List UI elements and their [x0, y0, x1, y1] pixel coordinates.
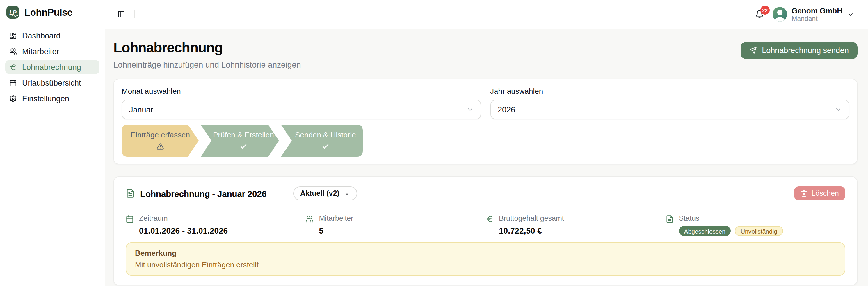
payroll-card: Lohnabrechnung - Januar 2026 Aktuell (v2…	[114, 176, 858, 285]
detail-label: Mitarbeiter	[319, 214, 353, 223]
month-select[interactable]: Januar	[122, 99, 481, 119]
step-label: Senden & Historie	[295, 131, 356, 139]
payroll-card-header: Lohnabrechnung - Januar 2026 Aktuell (v2…	[126, 187, 845, 200]
file-text-icon	[126, 189, 135, 198]
euro-icon	[486, 215, 494, 236]
detail-label: Bruttogehalt gesamt	[499, 214, 564, 223]
detail-texts: Status Abgeschlossen Unvollständig	[679, 214, 783, 236]
detail-texts: Mitarbeiter 5	[319, 214, 353, 236]
sidebar-item-dashboard[interactable]: Dashboard	[5, 29, 99, 42]
status-badge-abgeschlossen: Abgeschlossen	[679, 226, 731, 236]
file-text-icon	[665, 215, 674, 236]
step-entries[interactable]: Einträge erfassen	[122, 125, 199, 157]
brand-logo-icon: LP	[6, 6, 19, 19]
brand: LP LohnPulse	[5, 6, 99, 19]
month-select-label: Monat auswählen	[122, 87, 481, 95]
company-name: Genom GmbH	[792, 6, 842, 15]
detail-status: Status Abgeschlossen Unvollständig	[665, 214, 846, 236]
year-field: Jahr auswählen 2026	[490, 87, 849, 119]
sidebar-item-label: Urlaubsübersicht	[22, 78, 81, 87]
users-icon	[9, 48, 17, 55]
year-select-label: Jahr auswählen	[490, 87, 849, 95]
sidebar-item-einstellungen[interactable]: Einstellungen	[5, 91, 99, 106]
period-selects: Monat auswählen Januar Jahr auswählen 20…	[122, 87, 849, 119]
sidebar-item-lohnabrechnung[interactable]: Lohnabrechnung	[5, 60, 99, 74]
page-header-texts: Lohnabrechnung Lohneinträge hinzufügen u…	[114, 39, 301, 70]
step-review-content: Prüfen & Erstellen	[201, 125, 279, 157]
send-payroll-button-label: Lohnabrechnung senden	[762, 46, 849, 55]
sidebar-toggle-button[interactable]	[115, 8, 127, 20]
step-send-content: Senden & Historie	[281, 125, 363, 157]
warning-icon	[156, 143, 164, 150]
topbar: 22 Genom GmbH Mandant	[105, 0, 868, 29]
status-badges: Abgeschlossen Unvollständig	[679, 226, 783, 236]
avatar	[772, 7, 787, 22]
detail-value: 5	[319, 226, 353, 236]
detail-value: 10.722,50 €	[499, 226, 564, 236]
sidebar-item-label: Mitarbeiter	[22, 47, 59, 56]
sidebar: LP LohnPulse Dashboard Mitarbeiter	[0, 0, 105, 286]
topbar-right: 22 Genom GmbH Mandant	[755, 6, 854, 22]
notifications-button[interactable]: 22	[755, 10, 764, 19]
account-menu[interactable]: Genom GmbH Mandant	[772, 6, 854, 22]
calendar-icon	[9, 79, 17, 86]
version-select-value: Aktuell (v2)	[300, 189, 339, 197]
delete-button[interactable]: Löschen	[794, 187, 845, 200]
check-icon	[322, 143, 329, 150]
workflow-steps: Einträge erfassen Prüfen & Erstellen	[122, 125, 849, 157]
calendar-icon	[126, 215, 134, 236]
sidebar-item-mitarbeiter[interactable]: Mitarbeiter	[5, 44, 99, 58]
payroll-details: Zeitraum 01.01.2026 - 31.01.2026 Mitarbe…	[126, 214, 845, 236]
app-root: LP LohnPulse Dashboard Mitarbeiter	[0, 0, 868, 286]
month-select-value: Januar	[129, 105, 153, 114]
year-select-value: 2026	[498, 105, 515, 114]
brand-name: LohnPulse	[25, 7, 72, 18]
step-label: Einträge erfassen	[131, 131, 190, 139]
month-field: Monat auswählen Januar	[122, 87, 481, 119]
step-send[interactable]: Senden & Historie	[281, 125, 363, 157]
page-title: Lohnabrechnung	[114, 39, 301, 56]
check-icon	[240, 143, 247, 150]
detail-texts: Zeitraum 01.01.2026 - 31.01.2026	[139, 214, 228, 236]
page-content: Lohnabrechnung Lohneinträge hinzufügen u…	[105, 29, 868, 286]
note-box: Bemerkung Mit unvollständigen Einträgen …	[126, 242, 845, 276]
notification-count-badge: 22	[760, 6, 770, 15]
detail-zeitraum: Zeitraum 01.01.2026 - 31.01.2026	[126, 214, 306, 236]
sidebar-item-label: Lohnabrechnung	[22, 63, 81, 72]
chevron-down-icon	[344, 190, 350, 197]
send-icon	[749, 47, 756, 54]
chevron-down-icon	[466, 106, 473, 113]
account-texts: Genom GmbH Mandant	[792, 6, 842, 22]
delete-button-label: Löschen	[811, 189, 839, 197]
note-text: Mit unvollständigen Einträgen erstellt	[135, 260, 836, 269]
topbar-divider	[134, 10, 135, 18]
detail-mitarbeiter: Mitarbeiter 5	[306, 214, 486, 236]
detail-texts: Bruttogehalt gesamt 10.722,50 €	[499, 214, 564, 236]
main-area: 22 Genom GmbH Mandant	[105, 0, 868, 286]
detail-bruttogehalt: Bruttogehalt gesamt 10.722,50 €	[486, 214, 665, 236]
sidebar-item-label: Einstellungen	[22, 94, 69, 103]
users-icon	[306, 215, 314, 236]
dashboard-icon	[9, 32, 17, 39]
company-role: Mandant	[792, 15, 842, 22]
euro-icon	[9, 63, 17, 71]
note-title: Bemerkung	[135, 249, 836, 257]
period-filter-card: Monat auswählen Januar Jahr auswählen 20…	[114, 79, 858, 164]
gear-icon	[9, 95, 17, 102]
sidebar-item-label: Dashboard	[22, 31, 61, 40]
year-select[interactable]: 2026	[490, 99, 849, 119]
detail-value: 01.01.2026 - 31.01.2026	[139, 226, 228, 236]
sidebar-item-urlaubsuebersicht[interactable]: Urlaubsübersicht	[5, 76, 99, 90]
step-entries-content: Einträge erfassen	[122, 125, 199, 157]
payroll-title: Lohnabrechnung - Januar 2026	[140, 189, 267, 198]
version-select[interactable]: Aktuell (v2)	[293, 187, 358, 200]
detail-label: Status	[679, 214, 783, 223]
page-subtitle: Lohneinträge hinzufügen und Lohnhistorie…	[114, 60, 301, 70]
detail-label: Zeitraum	[139, 214, 228, 223]
panel-left-icon	[117, 10, 125, 18]
send-payroll-button[interactable]: Lohnabrechnung senden	[740, 42, 858, 59]
trash-icon	[800, 190, 807, 197]
step-review[interactable]: Prüfen & Erstellen	[201, 125, 279, 157]
chevron-down-icon	[835, 106, 842, 113]
sidebar-nav: Dashboard Mitarbeiter Lohnabrechnung Url…	[5, 29, 99, 107]
